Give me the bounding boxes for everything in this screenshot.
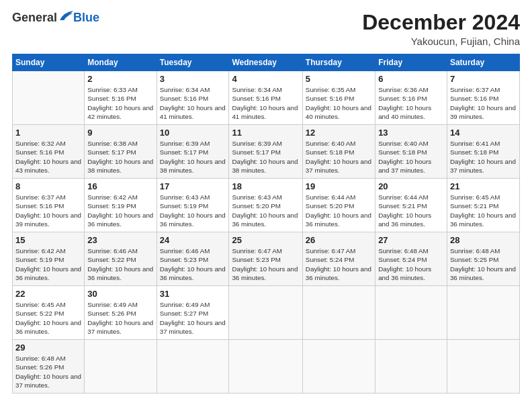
logo-blue-text: Blue	[73, 11, 99, 25]
calendar-week-row: 2Sunrise: 6:33 AMSunset: 5:16 PMDaylight…	[13, 71, 520, 125]
calendar-cell: 31Sunrise: 6:49 AMSunset: 5:27 PMDayligh…	[157, 286, 229, 340]
calendar-cell: 3Sunrise: 6:34 AMSunset: 5:16 PMDaylight…	[157, 71, 229, 125]
day-info: Sunrise: 6:36 AMSunset: 5:16 PMDaylight:…	[378, 85, 444, 121]
page: General Blue December 2024 Yakoucun, Fuj…	[0, 0, 532, 411]
day-info: Sunrise: 6:48 AMSunset: 5:26 PMDaylight:…	[15, 354, 81, 390]
day-number: 14	[450, 128, 517, 138]
calendar-cell: 26Sunrise: 6:47 AMSunset: 5:24 PMDayligh…	[302, 232, 375, 286]
calendar-cell	[13, 71, 85, 125]
calendar-week-row: 22Sunrise: 6:45 AMSunset: 5:22 PMDayligh…	[13, 286, 520, 340]
day-number: 9	[87, 128, 153, 138]
day-number: 4	[232, 74, 299, 84]
day-info: Sunrise: 6:48 AMSunset: 5:24 PMDaylight:…	[378, 246, 444, 282]
day-number: 12	[306, 128, 372, 138]
calendar-cell: 16Sunrise: 6:42 AMSunset: 5:19 PMDayligh…	[85, 179, 157, 232]
day-info: Sunrise: 6:34 AMSunset: 5:16 PMDaylight:…	[232, 85, 299, 121]
calendar-cell: 5Sunrise: 6:35 AMSunset: 5:16 PMDaylight…	[302, 71, 375, 125]
main-title: December 2024	[362, 11, 520, 34]
day-number: 7	[450, 74, 517, 84]
logo-general-text: General	[12, 11, 57, 25]
day-info: Sunrise: 6:49 AMSunset: 5:26 PMDaylight:…	[87, 300, 153, 336]
day-info: Sunrise: 6:39 AMSunset: 5:17 PMDaylight:…	[232, 139, 299, 175]
day-info: Sunrise: 6:45 AMSunset: 5:22 PMDaylight:…	[15, 300, 81, 336]
day-number: 29	[15, 342, 81, 353]
calendar-cell	[302, 286, 375, 340]
day-number: 10	[160, 128, 226, 138]
day-info: Sunrise: 6:46 AMSunset: 5:23 PMDaylight:…	[160, 246, 226, 282]
day-number: 25	[232, 235, 299, 245]
calendar-cell: 11Sunrise: 6:39 AMSunset: 5:17 PMDayligh…	[229, 125, 302, 179]
calendar-cell: 23Sunrise: 6:46 AMSunset: 5:22 PMDayligh…	[85, 232, 157, 286]
calendar-day-header: Monday	[85, 54, 157, 71]
calendar-cell: 27Sunrise: 6:48 AMSunset: 5:24 PMDayligh…	[375, 232, 447, 286]
calendar-cell: 14Sunrise: 6:41 AMSunset: 5:18 PMDayligh…	[447, 125, 519, 179]
calendar-cell: 12Sunrise: 6:40 AMSunset: 5:18 PMDayligh…	[302, 125, 375, 179]
day-number: 20	[378, 181, 444, 191]
day-info: Sunrise: 6:40 AMSunset: 5:18 PMDaylight:…	[378, 139, 444, 175]
day-number: 2	[87, 74, 153, 84]
calendar-cell: 29Sunrise: 6:48 AMSunset: 5:26 PMDayligh…	[13, 340, 85, 394]
day-number: 3	[160, 74, 226, 84]
calendar-cell	[229, 286, 302, 340]
calendar-cell: 15Sunrise: 6:42 AMSunset: 5:19 PMDayligh…	[13, 232, 85, 286]
calendar-cell: 19Sunrise: 6:44 AMSunset: 5:20 PMDayligh…	[302, 179, 375, 232]
day-info: Sunrise: 6:35 AMSunset: 5:16 PMDaylight:…	[306, 85, 372, 121]
day-number: 28	[450, 235, 517, 245]
calendar-day-header: Friday	[375, 54, 447, 71]
day-number: 27	[378, 235, 444, 245]
calendar-cell	[375, 286, 447, 340]
calendar-cell: 24Sunrise: 6:46 AMSunset: 5:23 PMDayligh…	[157, 232, 229, 286]
day-info: Sunrise: 6:45 AMSunset: 5:21 PMDaylight:…	[450, 193, 517, 228]
calendar-cell: 17Sunrise: 6:43 AMSunset: 5:19 PMDayligh…	[157, 179, 229, 232]
day-number: 6	[378, 74, 444, 84]
header: General Blue December 2024 Yakoucun, Fuj…	[12, 11, 520, 47]
day-info: Sunrise: 6:42 AMSunset: 5:19 PMDaylight:…	[15, 246, 81, 282]
day-info: Sunrise: 6:47 AMSunset: 5:24 PMDaylight:…	[306, 246, 372, 282]
calendar-cell: 20Sunrise: 6:44 AMSunset: 5:21 PMDayligh…	[375, 179, 447, 232]
day-info: Sunrise: 6:43 AMSunset: 5:19 PMDaylight:…	[160, 193, 226, 228]
calendar-cell	[447, 286, 519, 340]
calendar-cell: 21Sunrise: 6:45 AMSunset: 5:21 PMDayligh…	[447, 179, 519, 232]
day-number: 5	[306, 74, 372, 84]
day-number: 26	[306, 235, 372, 245]
day-number: 11	[232, 128, 299, 138]
calendar-cell: 30Sunrise: 6:49 AMSunset: 5:26 PMDayligh…	[85, 286, 157, 340]
calendar-cell: 8Sunrise: 6:37 AMSunset: 5:16 PMDaylight…	[13, 179, 85, 232]
logo-bird-icon	[58, 11, 73, 23]
day-info: Sunrise: 6:46 AMSunset: 5:22 PMDaylight:…	[87, 246, 153, 282]
calendar-cell: 22Sunrise: 6:45 AMSunset: 5:22 PMDayligh…	[13, 286, 85, 340]
title-area: December 2024 Yakoucun, Fujian, China	[362, 11, 520, 47]
day-number: 1	[15, 128, 81, 138]
calendar-cell	[447, 340, 519, 394]
calendar-week-row: 29Sunrise: 6:48 AMSunset: 5:26 PMDayligh…	[13, 340, 520, 394]
calendar-week-row: 8Sunrise: 6:37 AMSunset: 5:16 PMDaylight…	[13, 179, 520, 232]
logo: General Blue	[12, 11, 99, 25]
day-info: Sunrise: 6:41 AMSunset: 5:18 PMDaylight:…	[450, 139, 517, 175]
day-info: Sunrise: 6:38 AMSunset: 5:17 PMDaylight:…	[87, 139, 153, 175]
day-info: Sunrise: 6:33 AMSunset: 5:16 PMDaylight:…	[87, 85, 153, 121]
calendar-week-row: 1Sunrise: 6:32 AMSunset: 5:16 PMDaylight…	[13, 125, 520, 179]
calendar-cell: 7Sunrise: 6:37 AMSunset: 5:16 PMDaylight…	[447, 71, 519, 125]
calendar-day-header: Wednesday	[229, 54, 302, 71]
day-number: 31	[160, 289, 226, 299]
day-number: 15	[15, 235, 81, 245]
day-number: 17	[160, 181, 226, 191]
calendar-cell	[229, 340, 302, 394]
day-info: Sunrise: 6:42 AMSunset: 5:19 PMDaylight:…	[87, 193, 153, 228]
calendar-cell	[157, 340, 229, 394]
day-info: Sunrise: 6:37 AMSunset: 5:16 PMDaylight:…	[450, 85, 517, 121]
calendar-week-row: 15Sunrise: 6:42 AMSunset: 5:19 PMDayligh…	[13, 232, 520, 286]
day-info: Sunrise: 6:48 AMSunset: 5:25 PMDaylight:…	[450, 246, 517, 282]
day-info: Sunrise: 6:44 AMSunset: 5:20 PMDaylight:…	[306, 193, 372, 228]
calendar-day-header: Sunday	[13, 54, 85, 71]
day-info: Sunrise: 6:32 AMSunset: 5:16 PMDaylight:…	[15, 139, 81, 175]
calendar-cell: 25Sunrise: 6:47 AMSunset: 5:23 PMDayligh…	[229, 232, 302, 286]
day-info: Sunrise: 6:40 AMSunset: 5:18 PMDaylight:…	[306, 139, 372, 175]
day-number: 21	[450, 181, 517, 191]
calendar-cell: 6Sunrise: 6:36 AMSunset: 5:16 PMDaylight…	[375, 71, 447, 125]
calendar-cell	[302, 340, 375, 394]
day-info: Sunrise: 6:44 AMSunset: 5:21 PMDaylight:…	[378, 193, 444, 228]
day-number: 24	[160, 235, 226, 245]
calendar-day-header: Thursday	[302, 54, 375, 71]
day-number: 30	[87, 289, 153, 299]
